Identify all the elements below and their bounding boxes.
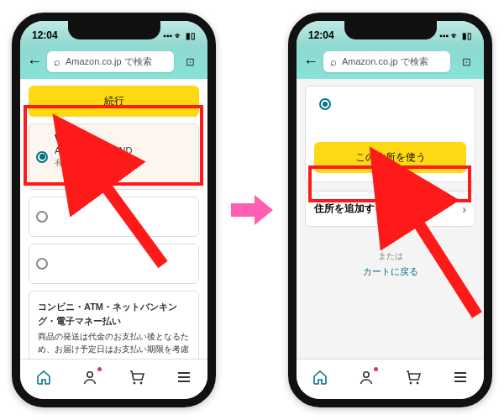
notification-dot xyxy=(374,367,378,371)
payment-expiry: 有効期限は です xyxy=(55,157,190,181)
radio-icon[interactable] xyxy=(36,211,48,223)
svg-point-8 xyxy=(364,372,369,377)
bottom-nav xyxy=(20,359,207,399)
radio-icon[interactable] xyxy=(36,258,48,270)
payment-brand: Visa xyxy=(55,133,190,144)
svg-point-3 xyxy=(134,382,136,385)
radio-selected-icon[interactable] xyxy=(36,151,48,163)
back-button[interactable]: ← xyxy=(303,53,318,71)
payment-card-empty-2[interactable] xyxy=(29,244,199,284)
nav-account[interactable] xyxy=(358,369,375,390)
svg-point-4 xyxy=(140,382,143,385)
payment-card-visa[interactable]: Visa ARIGATO FRIEND 有効期限は です xyxy=(29,123,199,190)
battery-icon: ▮▯ xyxy=(462,31,472,40)
svg-marker-5 xyxy=(231,195,273,225)
status-time: 12:04 xyxy=(308,29,334,41)
search-placeholder: Amazon.co.jp で検索 xyxy=(66,55,152,68)
status-icons: ▪▪▪ ᯤ ▮▯ xyxy=(439,31,472,40)
back-to-cart-link[interactable]: カートに戻る xyxy=(305,265,475,278)
payment-card-empty-1[interactable] xyxy=(29,197,199,237)
notch xyxy=(344,21,437,39)
nav-account[interactable] xyxy=(81,369,98,390)
wifi-icon: ᯤ xyxy=(175,31,183,40)
nav-cart[interactable] xyxy=(404,369,423,390)
nav-menu[interactable] xyxy=(176,369,192,390)
search-input[interactable]: ⌕ Amazon.co.jp で検索 xyxy=(323,51,450,72)
signal-icon: ▪▪▪ xyxy=(439,31,449,40)
nav-cart[interactable] xyxy=(128,369,146,390)
phone-right: 12:04 ▪▪▪ ᯤ ▮▯ ← ⌕ Amazon.co.jp で検索 ⊡ この… xyxy=(288,13,492,407)
search-icon: ⌕ xyxy=(54,55,60,68)
address-radio-selected[interactable] xyxy=(319,98,331,110)
content-left: 続行 Visa ARIGATO FRIEND 有効期限は です コンビニ・ATM… xyxy=(20,79,207,365)
camera-search-button[interactable]: ⊡ xyxy=(179,50,201,72)
nav-home[interactable] xyxy=(35,369,52,390)
app-header: ← ⌕ Amazon.co.jp で検索 ⊡ xyxy=(20,46,207,79)
transition-arrow-icon xyxy=(231,193,273,227)
back-button[interactable]: ← xyxy=(27,53,42,71)
svg-point-2 xyxy=(87,372,92,377)
notch xyxy=(68,21,160,39)
other-payment-body: 商品の発送は代金のお支払い後となるため、お届け予定日はお支払い期限を考慮 xyxy=(38,330,190,355)
status-icons: ▪▪▪ ᯤ ▮▯ xyxy=(163,31,196,40)
search-input[interactable]: ⌕ Amazon.co.jp で検索 xyxy=(47,51,174,72)
continue-button[interactable]: 続行 xyxy=(29,86,199,117)
phone-left: 12:04 ▪▪▪ ᯤ ▮▯ ← ⌕ Amazon.co.jp で検索 ⊡ 続行… xyxy=(12,13,216,407)
search-placeholder: Amazon.co.jp で検索 xyxy=(342,55,428,68)
signal-icon: ▪▪▪ xyxy=(163,31,172,40)
search-icon: ⌕ xyxy=(330,55,337,68)
notification-dot xyxy=(97,367,102,371)
add-address-label: 住所を追加する xyxy=(314,202,385,216)
camera-search-button[interactable]: ⊡ xyxy=(455,50,477,72)
other-payment-card[interactable]: コンビニ・ATM・ネットバンキング・電子マネー払い 商品の発送は代金のお支払い後… xyxy=(29,291,199,365)
status-time: 12:04 xyxy=(32,29,58,41)
other-payment-title: コンビニ・ATM・ネットバンキング・電子マネー払い xyxy=(38,300,190,328)
or-separator: または xyxy=(305,250,475,262)
content-right: この住所を使う 住所を追加する › または カートに戻る xyxy=(297,79,484,365)
battery-icon: ▮▯ xyxy=(186,31,196,40)
svg-point-10 xyxy=(417,382,419,385)
use-address-button[interactable]: この住所を使う xyxy=(314,142,466,173)
nav-home[interactable] xyxy=(312,369,328,390)
wifi-icon: ᯤ xyxy=(451,31,459,40)
chevron-right-icon: › xyxy=(462,202,466,216)
payment-name: ARIGATO FRIEND xyxy=(55,145,190,155)
svg-point-9 xyxy=(410,382,412,385)
add-address-row[interactable]: 住所を追加する › xyxy=(305,191,475,227)
bottom-nav xyxy=(297,359,484,399)
nav-menu[interactable] xyxy=(452,369,469,390)
app-header: ← ⌕ Amazon.co.jp で検索 ⊡ xyxy=(297,46,484,79)
